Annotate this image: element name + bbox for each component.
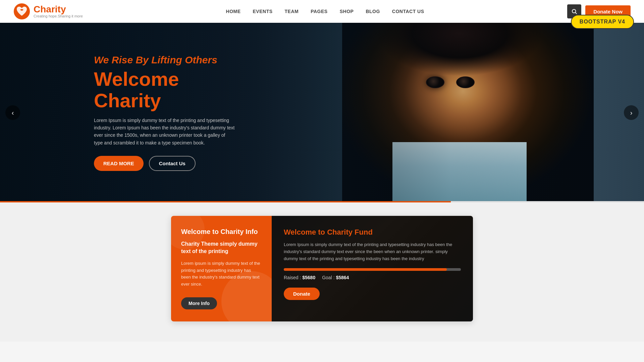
read-more-button[interactable]: READ MORE — [94, 156, 144, 171]
raised-label: Raised : $5680 — [284, 275, 315, 280]
nav-shop[interactable]: SHOP — [340, 9, 354, 14]
info-card-left: Welcome to Charity Info Charity Theme si… — [171, 216, 272, 321]
hero-tagline: We Rise By Lifting Others — [94, 54, 235, 66]
goal-label: Goal : $5864 — [322, 275, 349, 280]
brand-icon — [13, 3, 30, 20]
hero-progress-line — [0, 201, 644, 202]
progress-bar-container — [284, 268, 461, 271]
brand-tagline: Creating hope.Sharing it more — [34, 14, 83, 18]
fund-title: Welcome to Charity Fund — [284, 228, 461, 237]
brand-name: Charity — [34, 5, 83, 14]
nav-contact[interactable]: CONTACT US — [392, 9, 424, 14]
hero-section: ‹ We Rise By Lifting Others Welcome Char… — [0, 23, 644, 202]
nav-team[interactable]: TEAM — [285, 9, 299, 14]
info-section: Welcome to Charity Info Charity Theme si… — [0, 202, 644, 342]
brand-logo-area[interactable]: Charity Creating hope.Sharing it more — [13, 3, 83, 20]
bootstrap-badge: BOOTSTRAP V4 — [571, 15, 634, 29]
more-info-button[interactable]: More Info — [181, 297, 217, 309]
search-icon — [571, 8, 577, 14]
goal-value: $5864 — [336, 275, 349, 280]
navbar: Charity Creating hope.Sharing it more HO… — [0, 0, 644, 23]
info-card-right: Welcome to Charity Fund Lorem Ipsum is s… — [272, 216, 473, 321]
hero-title-orange: Charity — [94, 89, 161, 111]
nav-links: HOME EVENTS TEAM PAGES SHOP BLOG CONTACT… — [226, 8, 424, 14]
progress-bar-fill — [284, 268, 447, 271]
info-card-title: Welcome to Charity Info — [181, 228, 262, 236]
nav-home[interactable]: HOME — [226, 9, 241, 14]
hero-prev-button[interactable]: ‹ — [5, 105, 20, 120]
hero-title: Welcome Charity — [94, 68, 235, 111]
hero-description: Lorem Ipsum is simply dummy text of the … — [94, 117, 235, 147]
fund-stats: Raised : $5680 Goal : $5864 — [284, 275, 461, 280]
svg-point-1 — [572, 9, 576, 13]
hero-next-button[interactable]: › — [624, 105, 639, 120]
nav-events[interactable]: EVENTS — [253, 9, 273, 14]
nav-blog[interactable]: BLOG — [366, 9, 380, 14]
fund-description: Lorem Ipsum is simply dummy text of the … — [284, 241, 461, 262]
info-card-subtitle: Charity Theme simply dummy text of the p… — [181, 240, 262, 255]
nav-pages[interactable]: PAGES — [311, 9, 327, 14]
info-cards: Welcome to Charity Info Charity Theme si… — [171, 216, 473, 321]
donate-button[interactable]: Donate — [284, 288, 320, 300]
hero-buttons: READ MORE Contact Us — [94, 156, 235, 171]
info-card-description: Lorem ipsum is simply dummy text of the … — [181, 260, 262, 288]
hero-title-white: Welcome — [94, 68, 179, 90]
svg-line-2 — [576, 12, 577, 14]
hero-content: We Rise By Lifting Others Welcome Charit… — [0, 54, 235, 171]
contact-us-button[interactable]: Contact Us — [149, 156, 196, 171]
raised-value: $5680 — [302, 275, 315, 280]
